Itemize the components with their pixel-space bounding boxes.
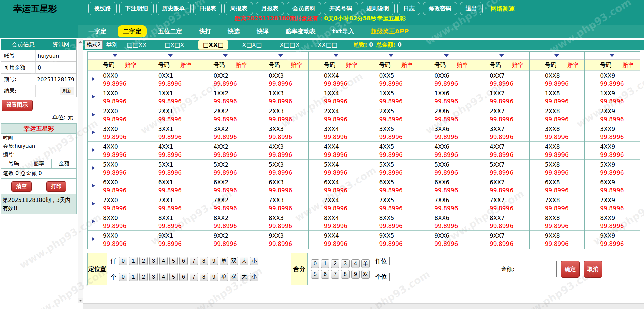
bet-cell[interactable]: 3XX999.8996 [585,124,640,142]
nav-button[interactable]: 下注明细 [119,2,154,15]
bet-cell[interactable]: 2XX399.8996 [253,106,308,124]
clear-button[interactable]: 清空 [11,181,32,192]
bet-cell[interactable]: 0XX399.8996 [253,71,308,88]
nav-button[interactable]: 修改密码 [423,2,457,15]
cancel-button[interactable]: 取消 [584,261,602,278]
bet-cell[interactable]: 2XX199.8996 [143,106,198,124]
horizontal-scrollbar[interactable] [83,303,644,309]
position-key-button[interactable]: 9 [210,257,218,265]
column-filter-dropdown[interactable] [198,52,253,60]
column-filter-dropdown[interactable] [530,52,585,60]
bet-cell[interactable]: 4XX799.8996 [474,142,529,160]
bet-cell[interactable]: 4XX899.8996 [530,142,585,160]
confirm-button[interactable]: 确定 [561,261,580,278]
position-key-button[interactable]: 大 [240,273,248,281]
column-filter-dropdown[interactable] [309,52,364,60]
bet-cell[interactable]: 6XX499.8996 [309,177,364,195]
position-key-button[interactable]: 4 [159,257,168,265]
bet-cell[interactable]: 7XX899.8996 [530,195,585,213]
bet-cell[interactable]: 9XX599.8996 [364,231,419,249]
bet-cell[interactable]: 3XX799.8996 [474,124,529,142]
bet-cell[interactable]: 6XX699.8996 [419,177,474,195]
bet-cell[interactable]: 9XX299.8996 [198,231,253,249]
bet-cell[interactable]: 5XX899.8996 [530,160,585,177]
position-key-button[interactable]: 6 [179,273,188,281]
bet-cell[interactable]: 5XX499.8996 [309,160,364,177]
bet-cell[interactable]: 1XX599.8996 [364,88,419,106]
bet-cell[interactable]: 2XX699.8996 [419,106,474,124]
bet-cell[interactable]: 7XX599.8996 [364,195,419,213]
quick-pick-button[interactable]: 6 [321,270,329,279]
quick-pick-button[interactable]: 5 [311,270,319,279]
bet-cell[interactable]: 2XX899.8996 [530,106,585,124]
column-filter-dropdown[interactable] [474,52,529,60]
bet-cell[interactable]: 0XX799.8996 [474,71,529,88]
position-key-button[interactable]: 2 [139,257,148,265]
bet-cell[interactable]: 9XX399.8996 [253,231,308,249]
bet-cell[interactable]: 5XX099.8996 [88,160,143,177]
nav-button[interactable]: 退出 [460,2,483,15]
quick-pick-button[interactable]: 0 [311,259,319,268]
bet-cell[interactable]: 8XX699.8996 [419,213,474,231]
bet-cell[interactable]: 1XX299.8996 [198,88,253,106]
bet-cell[interactable]: 8XX499.8996 [309,213,364,231]
position-key-button[interactable]: 8 [200,257,208,265]
amount-input[interactable] [517,261,557,277]
bet-cell[interactable]: 5XX399.8996 [253,160,308,177]
main-tab[interactable]: 二字定 [118,25,147,37]
bet-cell[interactable]: 2XX799.8996 [474,106,529,124]
column-filter-dropdown[interactable] [419,52,474,60]
bet-cell[interactable]: 3XX399.8996 [253,124,308,142]
bet-cell[interactable]: 1XX899.8996 [530,88,585,106]
position-key-button[interactable]: 单 [220,257,228,265]
bet-cell[interactable]: 0XX499.8996 [309,71,364,88]
scroll-up-button[interactable] [78,39,83,44]
column-filter-dropdown[interactable] [585,52,640,60]
lottery-name-link[interactable]: 幸运五星彩 [377,15,406,22]
bet-cell[interactable]: 9XX899.8996 [530,231,585,249]
bet-cell[interactable]: 8XX199.8996 [143,213,198,231]
bet-cell[interactable]: 4XX299.8996 [198,142,253,160]
bet-cell[interactable]: 6XX599.8996 [364,177,419,195]
bet-cell[interactable]: 9XX699.8996 [419,231,474,249]
bet-cell[interactable]: 3XX499.8996 [309,124,364,142]
bet-cell[interactable]: 3XX099.8996 [88,124,143,142]
bet-cell[interactable]: 9XX199.8996 [143,231,198,249]
set-image-button[interactable]: 设置图示 [2,100,33,111]
bet-cell[interactable]: 6XX899.8996 [530,177,585,195]
bet-cell[interactable]: 2XX599.8996 [364,106,419,124]
bet-cell[interactable]: 5XX799.8996 [474,160,529,177]
quick-pick-button[interactable]: 4 [351,259,360,268]
thousands-input[interactable] [389,257,464,265]
bet-cell[interactable]: 8XX299.8996 [198,213,253,231]
bet-cell[interactable]: 6XX299.8996 [198,177,253,195]
nav-button[interactable]: 规则说明 [361,2,395,15]
main-tab[interactable]: 五位二定 [153,25,187,37]
pattern-tab[interactable]: □XX□ [198,40,229,50]
bet-cell[interactable]: 7XX199.8996 [143,195,198,213]
nav-button[interactable]: 月报表 [256,2,284,15]
main-tab[interactable]: txt导入 [327,25,360,37]
bet-cell[interactable]: 1XX699.8996 [419,88,474,106]
bet-cell[interactable]: 9XX999.8996 [585,231,640,249]
bet-cell[interactable]: 7XX099.8996 [88,195,143,213]
bet-cell[interactable]: 1XX099.8996 [88,88,143,106]
bet-cell[interactable]: 4XX599.8996 [364,142,419,160]
position-key-button[interactable]: 0 [119,273,127,281]
main-tab[interactable]: 超级奖王APP [366,25,414,37]
mode-button[interactable]: 模式2 [85,40,103,49]
pattern-tab[interactable]: □□XX [122,40,151,49]
bet-cell[interactable]: 7XX399.8996 [253,195,308,213]
tab-member-info[interactable]: 会员信息 [1,39,45,50]
bet-cell[interactable]: 8XX799.8996 [474,213,529,231]
bet-cell[interactable]: 8XX599.8996 [364,213,419,231]
refresh-button[interactable]: 刷新 [60,87,74,95]
bet-cell[interactable]: 3XX299.8996 [198,124,253,142]
nav-button[interactable]: 周报表 [224,2,253,15]
position-key-button[interactable]: 7 [190,273,198,281]
nav-button[interactable]: 历史账单 [156,2,191,15]
position-key-button[interactable]: 1 [129,273,138,281]
position-key-button[interactable]: 8 [200,273,208,281]
bet-cell[interactable]: 6XX799.8996 [474,177,529,195]
bet-cell[interactable]: 6XX999.8996 [585,177,640,195]
